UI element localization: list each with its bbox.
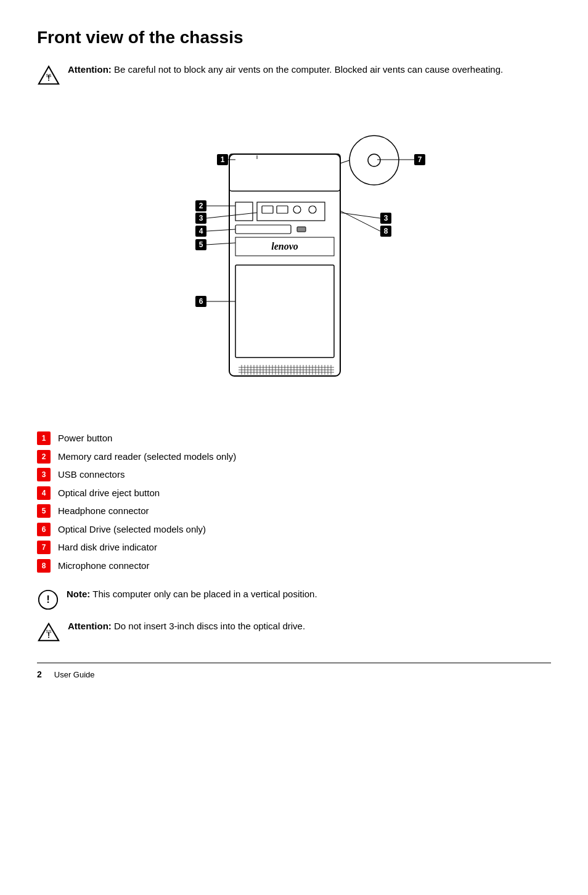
svg-text:ss: ss [46,72,52,78]
note-icon: ! [37,589,59,611]
svg-rect-14 [235,265,334,358]
legend-item-4: 4 Optical drive eject button [37,486,551,501]
attention-text-2: Attention: Do not insert 3-inch discs in… [68,619,305,634]
svg-text:5: 5 [199,240,203,249]
badge-2: 2 [37,450,51,464]
svg-text:SS: SS [46,629,52,634]
legend-label-6: Optical Drive (selected models only) [58,523,206,537]
badge-4: 4 [37,486,51,500]
footer: 2 User Guide [37,663,551,681]
svg-line-67 [340,213,380,218]
svg-text:3: 3 [384,214,388,223]
legend-item-3: 3 USB connectors [37,468,551,482]
svg-text:6: 6 [199,297,203,306]
badge-8: 8 [37,559,51,573]
svg-point-10 [309,206,316,213]
badge-7: 7 [37,541,51,554]
svg-line-73 [340,211,380,231]
legend-item-1: 1 Power button [37,431,551,446]
attention-icon-2: ! SS [37,621,60,644]
svg-text:!: ! [46,594,50,605]
svg-text:2: 2 [199,202,203,210]
legend-item-5: 5 Headphone connector [37,504,551,518]
svg-text:3: 3 [199,214,203,223]
legend-label-4: Optical drive eject button [58,486,160,501]
legend-label-3: USB connectors [58,468,125,482]
svg-point-9 [293,206,301,213]
attention-block-1: ! ss Attention: Be careful not to block … [37,63,551,88]
attention-block-2: ! SS Attention: Do not insert 3-inch dis… [37,619,551,644]
badge-1: 1 [37,431,51,445]
page-title: Front view of the chassis [37,25,551,51]
svg-rect-8 [277,206,288,213]
legend-item-6: 6 Optical Drive (selected models only) [37,523,551,537]
svg-text:lenovo: lenovo [271,241,298,251]
attention-text-1: Attention: Be careful not to block any a… [68,63,503,77]
legend-label-8: Microphone connector [58,559,149,573]
svg-rect-5 [297,227,306,232]
svg-line-70 [206,229,235,231]
legend-item-8: 8 Microphone connector [37,559,551,573]
svg-rect-3 [229,154,340,191]
badge-6: 6 [37,523,51,536]
legend-list: 1 Power button 2 Memory card reader (sel… [37,431,551,573]
svg-text:4: 4 [199,227,203,235]
svg-text:8: 8 [384,227,388,235]
svg-text:7: 7 [418,155,422,164]
attention-icon-1: ! ss [37,64,60,88]
legend-item-7: 7 Hard disk drive indicator [37,541,551,555]
legend-label-2: Memory card reader (selected models only… [58,450,236,464]
svg-point-48 [349,136,399,185]
svg-rect-4 [235,225,291,234]
svg-point-49 [368,154,380,166]
footer-page-number: 2 [37,668,42,681]
legend-item-2: 2 Memory card reader (selected models on… [37,450,551,464]
svg-rect-7 [262,206,273,213]
legend-label-1: Power button [58,431,112,446]
legend-label-7: Hard disk drive indicator [58,541,157,555]
note-block: ! Note: This computer only can be placed… [37,587,551,611]
svg-text:1: 1 [221,155,225,164]
legend-label-5: Headphone connector [58,504,149,518]
badge-5: 5 [37,504,51,518]
note-text: Note: This computer only can be placed i… [67,587,317,602]
footer-guide-label: User Guide [54,669,95,681]
svg-line-64 [206,213,257,218]
svg-rect-11 [235,202,253,221]
svg-line-76 [206,243,235,245]
chassis-diagram: lenovo [37,105,551,413]
badge-3: 3 [37,468,51,481]
svg-rect-6 [257,202,325,221]
svg-line-50 [340,160,349,163]
